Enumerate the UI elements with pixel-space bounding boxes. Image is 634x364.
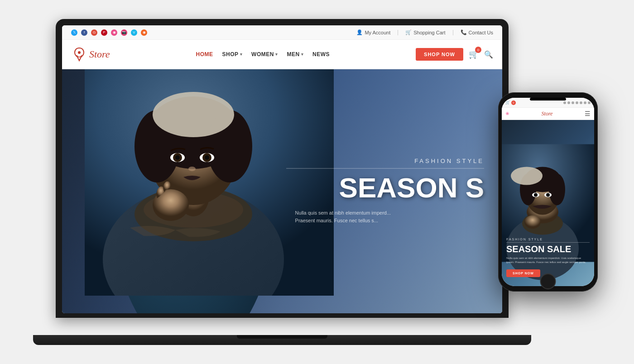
phone-home-button[interactable] — [540, 273, 556, 289]
phone-screen: 🛒 0 🌸 Store — [502, 98, 594, 286]
women-chevron: ▾ — [275, 52, 278, 57]
cart-badge: 0 — [475, 47, 481, 53]
logo-icon — [71, 46, 87, 62]
laptop-screen: 𝕏 f G P ◉ 📷 V ◉ 👤 My Accou — [62, 25, 502, 313]
facebook-icon[interactable]: f — [81, 29, 87, 36]
laptop-device: 𝕏 f G P ◉ 📷 V ◉ 👤 My Accou — [33, 19, 531, 345]
laptop-base — [33, 335, 531, 345]
my-account-label: My Account — [365, 30, 390, 35]
account-icon: 👤 — [356, 29, 363, 35]
phone-social-dot-5 — [580, 101, 582, 104]
phone-fashion-label: FASHION STYLE — [506, 238, 590, 243]
nav-home[interactable]: HOME — [196, 51, 213, 57]
phone-social-dot-3 — [572, 101, 574, 104]
hero-content: FASHION STYLE SEASON S Nulla quis sem at… — [286, 158, 484, 225]
website-content: 𝕏 f G P ◉ 📷 V ◉ 👤 My Accou — [62, 25, 502, 313]
shopping-cart-label: Shopping Cart — [413, 30, 445, 35]
phone-season-title: SEASON SALE — [506, 244, 590, 254]
phone-navbar: 🌸 Store ☰ — [502, 108, 594, 120]
svg-point-17 — [188, 167, 196, 171]
svg-point-13 — [175, 155, 180, 160]
shop-chevron: ▾ — [240, 52, 243, 57]
shopping-cart-link[interactable]: 🛒 Shopping Cart — [405, 29, 445, 35]
scene: 𝕏 f G P ◉ 📷 V ◉ 👤 My Accou — [0, 0, 634, 364]
phone-cart-icon: 🛒 — [505, 101, 510, 105]
phone-menu-icon[interactable]: ☰ — [585, 110, 591, 117]
phone-social-dot-7 — [588, 101, 591, 104]
contact-icon: 📞 — [461, 29, 467, 35]
top-bar-links: 👤 My Account 🛒 Shopping Cart 📞 — [356, 29, 493, 35]
navbar-right: SHOP NOW 🛒 0 🔍 — [416, 48, 493, 61]
phone-logo-icon: 🌸 — [505, 112, 509, 115]
phone-logo-text: Store — [542, 110, 553, 117]
svg-point-16 — [205, 155, 209, 160]
laptop-body: 𝕏 f G P ◉ 📷 V ◉ 👤 My Accou — [56, 19, 509, 318]
nav-women[interactable]: WOMEN ▾ — [251, 51, 278, 57]
logo-text: Store — [89, 48, 110, 60]
contact-us-label: Contact Us — [469, 30, 493, 35]
nav-shop[interactable]: SHOP ▾ — [222, 51, 243, 57]
svg-point-0 — [78, 51, 81, 54]
logo[interactable]: Store — [71, 46, 110, 62]
svg-point-29 — [534, 193, 538, 197]
svg-point-27 — [511, 167, 543, 185]
fashion-style-label: FASHION STYLE — [286, 158, 484, 168]
hero-desc-line2: Praesent mauris. Fusce nec tellus s... — [295, 217, 484, 225]
phone-desc: Nulla quis sem at nibh elementum imperdi… — [506, 256, 590, 264]
social-icons-group: 𝕏 f G P ◉ 📷 V ◉ — [71, 29, 147, 36]
svg-point-32 — [524, 216, 541, 229]
cart-link-icon: 🛒 — [405, 29, 412, 35]
nav-news[interactable]: NEWS — [312, 51, 330, 57]
hero-section: FASHION STYLE SEASON S Nulla quis sem at… — [62, 69, 502, 313]
svg-point-10 — [153, 92, 234, 137]
my-account-link[interactable]: 👤 My Account — [356, 29, 390, 35]
pinterest-icon[interactable]: P — [101, 29, 107, 36]
phone-social-dot-6 — [584, 101, 586, 104]
phone-device: 🛒 0 🌸 Store — [498, 92, 598, 292]
phone-social-dot-4 — [576, 101, 578, 104]
top-bar: 𝕏 f G P ◉ 📷 V ◉ 👤 My Accou — [62, 25, 502, 40]
cart-icon-wrap[interactable]: 🛒 0 — [469, 49, 479, 59]
nav-links: HOME SHOP ▾ WOMEN ▾ MEN ▾ NEWS — [196, 51, 330, 57]
phone-social-dot-1 — [563, 101, 566, 104]
instagram-icon[interactable]: 📷 — [121, 29, 127, 36]
dribbble-icon[interactable]: ◉ — [111, 29, 117, 36]
men-chevron: ▾ — [301, 52, 304, 57]
phone-notch — [530, 98, 566, 101]
svg-point-26 — [549, 174, 565, 206]
phone-social-dot-2 — [567, 101, 570, 104]
hero-desc-line1: Nulla quis sem at nibh elementum imperd.… — [295, 209, 484, 217]
phone-body: 🛒 0 🌸 Store — [498, 92, 598, 292]
season-sale-title: SEASON S — [286, 174, 484, 202]
divider — [398, 30, 398, 35]
shop-now-button[interactable]: SHOP NOW — [416, 48, 463, 61]
phone-social-icons — [563, 101, 591, 104]
twitter-icon[interactable]: 𝕏 — [71, 29, 77, 36]
search-icon[interactable]: 🔍 — [484, 50, 493, 59]
contact-us-link[interactable]: 📞 Contact Us — [461, 29, 493, 35]
svg-point-31 — [546, 193, 550, 197]
vimeo-icon[interactable]: V — [131, 29, 137, 36]
phone-shop-now-button[interactable]: SHOP NOW — [506, 269, 540, 277]
navbar: Store HOME SHOP ▾ WOMEN ▾ MEN ▾ NEWS SHO… — [62, 40, 502, 69]
divider2 — [453, 30, 453, 35]
phone-hero: FASHION STYLE SEASON SALE Nulla quis sem… — [502, 120, 594, 286]
phone-cart-badge: 0 — [511, 101, 516, 105]
nav-men[interactable]: MEN ▾ — [287, 51, 303, 57]
phone-hero-content: FASHION STYLE SEASON SALE Nulla quis sem… — [506, 238, 590, 277]
phone-cart-area: 🛒 0 — [505, 101, 516, 105]
gplus-icon[interactable]: G — [91, 29, 97, 36]
rss-icon[interactable]: ◉ — [141, 29, 147, 36]
